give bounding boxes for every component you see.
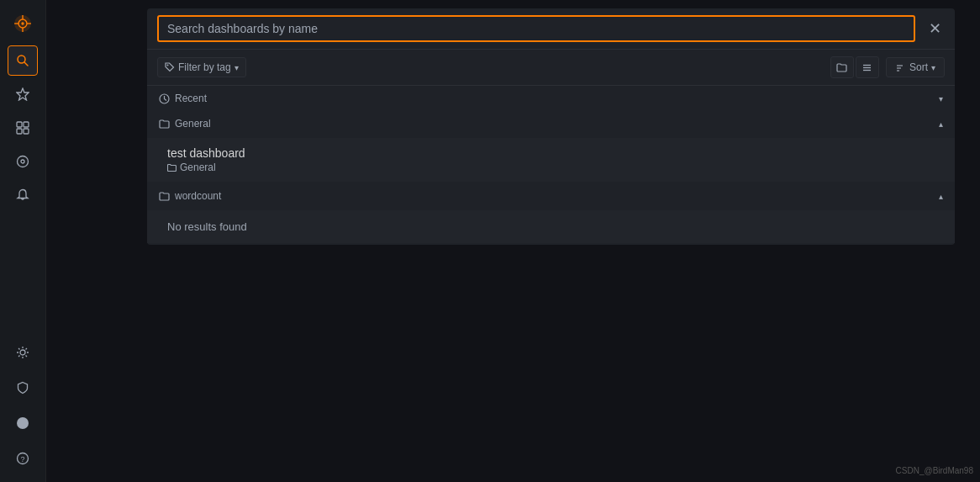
main-content: ✕ Filter by tag ▾ [46, 0, 980, 482]
recent-icon [159, 93, 170, 104]
svg-text:?: ? [21, 455, 25, 463]
sidebar-dashboards-icon[interactable] [8, 113, 38, 143]
filter-chevron-icon: ▾ [234, 63, 239, 72]
sidebar-search-icon[interactable] [8, 45, 38, 76]
folder-view-button[interactable] [830, 56, 854, 78]
svg-point-16 [20, 350, 25, 355]
sidebar-user-icon[interactable] [8, 408, 38, 438]
path-folder-icon [167, 163, 177, 172]
svg-point-2 [21, 22, 24, 24]
sidebar-config-icon[interactable] [8, 337, 38, 368]
general-label: General [175, 118, 211, 130]
svg-rect-10 [17, 122, 22, 127]
recent-chevron-icon: ▾ [939, 94, 943, 103]
sidebar-explore-icon[interactable] [8, 146, 38, 177]
svg-point-15 [21, 160, 24, 163]
svg-rect-12 [17, 129, 22, 134]
svg-point-20 [167, 65, 169, 66]
svg-point-14 [18, 156, 29, 167]
filter-by-tag-button[interactable]: Filter by tag ▾ [157, 57, 246, 77]
dashboard-path-label: General [180, 162, 216, 173]
dashboard-title: test dashboard [167, 146, 943, 160]
sidebar-starred-icon[interactable] [8, 79, 38, 109]
svg-rect-13 [24, 129, 29, 134]
dashboard-path: General [167, 162, 943, 173]
watermark: CSDN_@BirdMan98 [896, 466, 973, 475]
folder-icon [836, 62, 847, 73]
no-results: No results found [147, 210, 955, 243]
general-folder-icon [159, 119, 170, 130]
svg-rect-11 [24, 122, 29, 127]
wordcount-folder-icon [159, 191, 170, 202]
wordcount-label: wordcount [175, 190, 221, 202]
general-chevron-icon: ▴ [939, 119, 943, 129]
no-results-text: No results found [167, 220, 247, 233]
sort-button[interactable]: Sort ▾ [886, 57, 945, 77]
sidebar-alerting-icon[interactable] [8, 180, 38, 210]
sidebar-bottom: ? [8, 336, 38, 475]
list-view-button[interactable] [856, 56, 879, 78]
section-general[interactable]: General ▴ [147, 111, 955, 136]
search-input[interactable] [157, 15, 915, 42]
search-header: ✕ [147, 8, 955, 50]
filter-tag-label: Filter by tag [178, 61, 231, 73]
search-results: Recent ▾ General ▴ test dashboard [147, 86, 955, 245]
tag-icon [165, 62, 175, 72]
list-icon [861, 62, 872, 73]
sidebar-shield-icon[interactable] [8, 373, 38, 403]
svg-point-17 [17, 417, 29, 429]
dashboard-item-test[interactable]: test dashboard General [147, 138, 955, 182]
svg-line-8 [24, 62, 28, 66]
sort-label: Sort [909, 61, 928, 73]
svg-marker-9 [17, 88, 29, 100]
close-button[interactable]: ✕ [925, 16, 945, 41]
sort-chevron-icon: ▾ [931, 63, 935, 72]
sidebar-help-icon[interactable]: ? [8, 443, 38, 474]
recent-label: Recent [175, 93, 207, 104]
sidebar: ? [0, 0, 46, 482]
sort-icon [895, 62, 906, 73]
section-wordcount[interactable]: wordcount ▴ [147, 183, 955, 209]
section-recent[interactable]: Recent ▾ [147, 86, 955, 111]
search-toolbar: Filter by tag ▾ [147, 50, 955, 86]
search-panel: ✕ Filter by tag ▾ [147, 8, 955, 245]
wordcount-chevron-icon: ▴ [939, 192, 943, 201]
view-buttons [830, 56, 879, 78]
grafana-logo-icon[interactable] [8, 8, 38, 39]
